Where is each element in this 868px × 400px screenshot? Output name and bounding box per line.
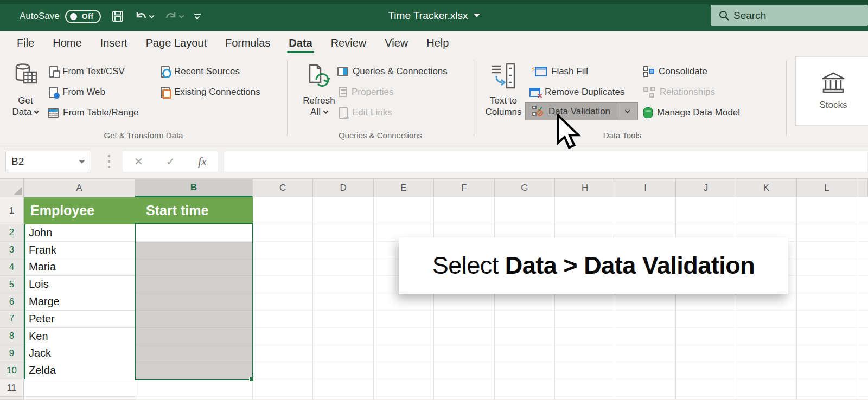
- name-box-dropdown-icon[interactable]: [79, 160, 85, 164]
- undo-dropdown-icon[interactable]: [149, 13, 154, 18]
- cell-b5[interactable]: [135, 276, 253, 293]
- autosave-toggle[interactable]: AutoSave Off: [20, 10, 101, 23]
- column-header-k[interactable]: K: [736, 179, 796, 197]
- search-input[interactable]: Search: [711, 5, 868, 26]
- undo-icon: [135, 10, 148, 22]
- tab-review[interactable]: Review: [322, 31, 376, 55]
- column-header-f[interactable]: F: [434, 179, 494, 197]
- data-validation-dropdown[interactable]: [617, 103, 637, 120]
- sheet-row-9: 9 Jack: [0, 345, 868, 363]
- undo-button[interactable]: [135, 10, 154, 22]
- column-header-j[interactable]: J: [676, 179, 736, 197]
- cell-b6[interactable]: [135, 293, 253, 311]
- tab-insert[interactable]: Insert: [91, 31, 137, 55]
- customize-toolbar-button[interactable]: [194, 14, 201, 20]
- edit-links-label: Edit Links: [352, 107, 392, 118]
- cell-a4[interactable]: Maria: [24, 259, 135, 276]
- get-data-button[interactable]: Get Data: [4, 59, 47, 118]
- from-text-csv-button[interactable]: From Text/CSV: [49, 64, 125, 79]
- column-header-i[interactable]: I: [615, 179, 675, 197]
- row-header-11[interactable]: 11: [0, 379, 24, 397]
- tab-file[interactable]: File: [8, 31, 43, 55]
- cell-b2-active[interactable]: [135, 224, 253, 242]
- autosave-switch[interactable]: Off: [65, 10, 101, 23]
- column-header-g[interactable]: G: [495, 179, 555, 197]
- empty-cells[interactable]: [253, 197, 868, 224]
- cell-b11[interactable]: [135, 379, 253, 397]
- column-header-c[interactable]: C: [253, 179, 313, 197]
- row-header-3[interactable]: 3: [0, 242, 24, 259]
- refresh-all-button[interactable]: Refresh All: [296, 59, 342, 118]
- cell-a1[interactable]: Employee: [24, 197, 135, 224]
- column-header-h[interactable]: H: [555, 179, 615, 197]
- cell-a10[interactable]: Zelda: [24, 362, 135, 379]
- column-header-d[interactable]: D: [313, 179, 373, 197]
- cell-b8[interactable]: [135, 328, 253, 345]
- row-header-1[interactable]: 1: [0, 197, 24, 224]
- from-table-range-button[interactable]: From Table/Range: [48, 105, 139, 120]
- column-header-b[interactable]: B: [135, 179, 253, 197]
- cell-b10[interactable]: [135, 362, 253, 379]
- cell-a5[interactable]: Lois: [24, 276, 135, 293]
- row-header-5[interactable]: 5: [0, 276, 24, 293]
- from-web-button[interactable]: From Web: [49, 85, 105, 100]
- cell-b7[interactable]: [135, 311, 253, 328]
- existing-connections-button[interactable]: Existing Connections: [161, 85, 260, 100]
- redo-dropdown-icon: [178, 13, 184, 18]
- tab-home[interactable]: Home: [43, 31, 91, 55]
- relationships-icon: [643, 87, 655, 98]
- row-header-9[interactable]: 9: [0, 345, 24, 363]
- enter-button[interactable]: ✓: [166, 155, 175, 168]
- text-to-columns-button[interactable]: Text to Columns: [482, 59, 525, 118]
- cell-a9[interactable]: Jack: [24, 345, 135, 363]
- tab-data[interactable]: Data: [279, 31, 321, 55]
- tab-formulas[interactable]: Formulas: [216, 31, 279, 55]
- row-header-2[interactable]: 2: [0, 224, 24, 242]
- remove-duplicates-button[interactable]: Remove Duplicates: [529, 85, 624, 100]
- toggle-knob-icon: [70, 13, 77, 20]
- cell-b1[interactable]: Start time: [135, 197, 253, 224]
- empty-cells[interactable]: [253, 362, 868, 379]
- cell-a6[interactable]: Marge: [24, 293, 135, 311]
- consolidate-button[interactable]: Consolidate: [643, 64, 707, 79]
- ribbon-tab-bar: File Home Insert Page Layout Formulas Da…: [0, 31, 868, 55]
- row-header-7[interactable]: 7: [0, 311, 24, 328]
- column-header-l[interactable]: L: [797, 179, 857, 197]
- insert-function-button[interactable]: fx: [198, 154, 207, 169]
- cell-b9[interactable]: [135, 345, 253, 363]
- name-box[interactable]: B2: [5, 151, 91, 172]
- row-header-8[interactable]: 8: [0, 328, 24, 345]
- formula-input[interactable]: [224, 151, 868, 172]
- remove-duplicates-label: Remove Duplicates: [545, 87, 624, 98]
- row-header-4[interactable]: 4: [0, 259, 24, 276]
- cell-b3[interactable]: [135, 242, 253, 259]
- flash-fill-button[interactable]: Flash Fill: [529, 64, 588, 79]
- select-all-button[interactable]: [0, 179, 24, 197]
- cell-a11[interactable]: [24, 379, 135, 397]
- tutorial-callout: Select Data > Data Validation: [399, 237, 788, 294]
- column-header-e[interactable]: E: [374, 179, 434, 197]
- queries-connections-button[interactable]: Queries & Connections: [337, 64, 448, 79]
- empty-cells[interactable]: [253, 293, 868, 311]
- row-header-10[interactable]: 10: [0, 362, 24, 379]
- cell-b4[interactable]: [135, 259, 253, 276]
- stocks-button[interactable]: Stocks: [795, 56, 868, 126]
- column-header-a[interactable]: A: [24, 179, 135, 197]
- row-header-6[interactable]: 6: [0, 293, 24, 311]
- cell-a2[interactable]: John: [24, 224, 135, 242]
- cell-a7[interactable]: Peter: [24, 311, 135, 328]
- cancel-button[interactable]: ✕: [134, 155, 143, 168]
- cell-a3[interactable]: Frank: [24, 242, 135, 259]
- manage-data-model-button[interactable]: Manage Data Model: [643, 105, 740, 120]
- empty-cells[interactable]: [253, 379, 868, 397]
- cell-a8[interactable]: Ken: [24, 328, 135, 345]
- tab-view[interactable]: View: [375, 31, 417, 55]
- tab-help[interactable]: Help: [417, 31, 458, 55]
- callout-bold-text: Data > Data Validation: [505, 251, 755, 280]
- save-button[interactable]: [112, 10, 124, 22]
- tab-page-layout[interactable]: Page Layout: [137, 31, 216, 55]
- recent-sources-button[interactable]: Recent Sources: [161, 64, 240, 79]
- empty-cells[interactable]: [253, 345, 868, 363]
- empty-cells[interactable]: [253, 311, 868, 328]
- empty-cells[interactable]: [253, 328, 868, 345]
